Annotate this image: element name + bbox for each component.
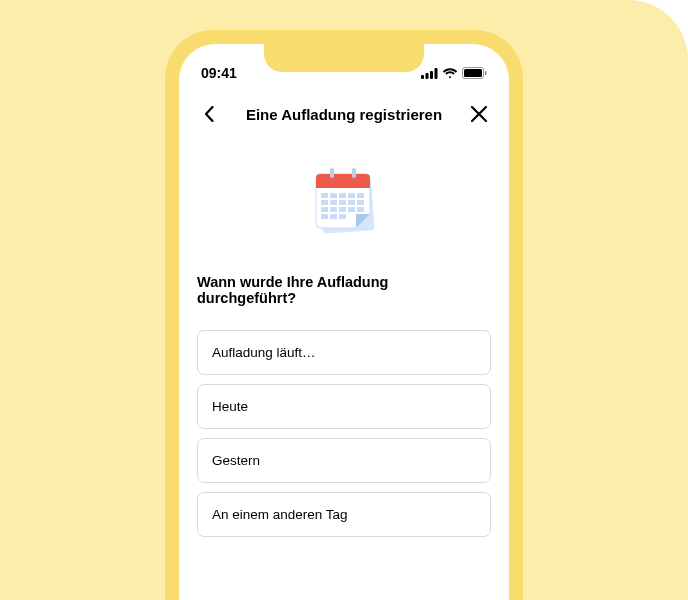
svg-rect-19 — [330, 200, 337, 205]
svg-rect-1 — [426, 73, 429, 79]
option-list: Aufladung läuft… Heute Gestern An einem … — [197, 330, 491, 537]
svg-rect-2 — [430, 71, 433, 79]
svg-rect-28 — [321, 214, 328, 219]
svg-rect-14 — [330, 193, 337, 198]
option-charging-running[interactable]: Aufladung läuft… — [197, 330, 491, 375]
calendar-icon — [302, 160, 386, 244]
svg-rect-26 — [348, 207, 355, 212]
svg-rect-29 — [330, 214, 337, 219]
svg-rect-12 — [352, 168, 356, 178]
svg-rect-15 — [339, 193, 346, 198]
background-panel: 09:41 Eine Aufladung regi — [0, 0, 688, 600]
phone-frame: 09:41 Eine Aufladung regi — [165, 30, 523, 600]
back-button[interactable] — [197, 102, 221, 126]
svg-rect-17 — [357, 193, 364, 198]
svg-rect-21 — [348, 200, 355, 205]
calendar-illustration — [197, 160, 491, 244]
wifi-icon — [442, 68, 458, 79]
close-button[interactable] — [467, 102, 491, 126]
svg-rect-24 — [330, 207, 337, 212]
option-another-day[interactable]: An einem anderen Tag — [197, 492, 491, 537]
svg-rect-6 — [485, 71, 487, 75]
svg-rect-10 — [316, 184, 370, 188]
svg-rect-25 — [339, 207, 346, 212]
svg-rect-3 — [435, 68, 438, 79]
svg-rect-16 — [348, 193, 355, 198]
option-yesterday[interactable]: Gestern — [197, 438, 491, 483]
battery-icon — [462, 67, 487, 79]
svg-rect-30 — [339, 214, 346, 219]
svg-rect-13 — [321, 193, 328, 198]
svg-rect-11 — [330, 168, 334, 178]
cellular-signal-icon — [421, 68, 438, 79]
page-title: Eine Aufladung registrieren — [246, 106, 442, 123]
svg-rect-0 — [421, 75, 424, 79]
status-time: 09:41 — [201, 65, 237, 81]
close-icon — [471, 106, 487, 122]
chevron-left-icon — [204, 106, 214, 122]
svg-rect-23 — [321, 207, 328, 212]
svg-rect-18 — [321, 200, 328, 205]
navigation-bar: Eine Aufladung registrieren — [179, 88, 509, 140]
option-today[interactable]: Heute — [197, 384, 491, 429]
svg-rect-22 — [357, 200, 364, 205]
content-area: Wann wurde Ihre Aufladung durchgeführt? … — [179, 140, 509, 547]
status-indicators — [421, 67, 487, 79]
svg-rect-27 — [357, 207, 364, 212]
svg-rect-5 — [464, 69, 482, 77]
question-heading: Wann wurde Ihre Aufladung durchgeführt? — [197, 274, 491, 306]
phone-notch — [264, 44, 424, 72]
phone-screen: 09:41 Eine Aufladung regi — [179, 44, 509, 600]
svg-rect-20 — [339, 200, 346, 205]
